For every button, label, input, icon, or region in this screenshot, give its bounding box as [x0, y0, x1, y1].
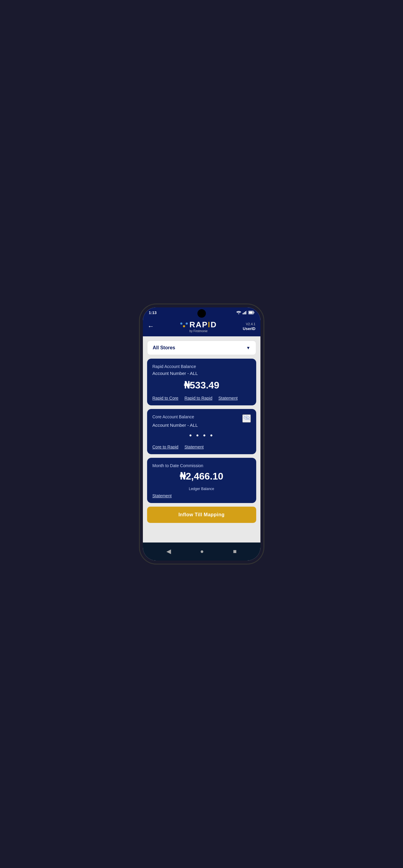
- svg-rect-1: [243, 313, 244, 314]
- store-selector[interactable]: All Stores ▼: [147, 341, 256, 355]
- commission-sub-label: Ledger Balance: [153, 487, 251, 491]
- header-right: V2.4.1 UserID: [243, 322, 256, 331]
- svg-rect-7: [249, 312, 253, 314]
- core-to-rapid-button[interactable]: Core to Rapid: [153, 444, 179, 450]
- rapid-card-title: Rapid Account Balance: [153, 364, 251, 369]
- core-account-card: Core Account Balance Account Number - AL…: [147, 409, 256, 454]
- commission-card: Month to Date Commission ₦2,466.10 Ledge…: [147, 458, 256, 503]
- store-selector-label: All Stores: [153, 345, 176, 350]
- logo-subtitle: by Firstmonie: [190, 330, 208, 333]
- nav-back-icon[interactable]: ◀: [166, 548, 171, 555]
- wifi-icon: [236, 311, 241, 314]
- rapid-to-rapid-button[interactable]: Rapid to Rapid: [184, 396, 213, 401]
- camera-notch: [197, 309, 206, 318]
- version-label: V2.4.1: [246, 322, 256, 326]
- svg-rect-3: [245, 311, 246, 314]
- inflow-till-mapping-button[interactable]: Inflow Till Mapping: [147, 507, 256, 523]
- time-display: 1:13: [149, 310, 157, 315]
- app-logo: RAPID by Firstmonie: [180, 320, 217, 333]
- back-button[interactable]: ←: [148, 322, 154, 330]
- hidden-balance-dots: • • • •: [153, 431, 251, 440]
- rapid-balance: ₦533.49: [153, 379, 251, 391]
- core-account-number: Account Number - ALL: [153, 423, 251, 428]
- bottom-nav: ◀ ● ■: [143, 542, 260, 561]
- svg-rect-2: [244, 312, 245, 314]
- rapid-account-number: Account Number - ALL: [153, 371, 251, 376]
- user-id-label: UserID: [243, 327, 256, 331]
- rapid-account-card: Rapid Account Balance Account Number - A…: [147, 359, 256, 405]
- core-statement-button[interactable]: Statement: [184, 444, 204, 450]
- nav-recents-icon[interactable]: ■: [233, 548, 237, 555]
- logo-text: RAPID: [190, 320, 217, 330]
- core-card-header: Core Account Balance: [153, 414, 251, 423]
- logo-dots: [180, 322, 188, 327]
- app-header: ← RAPID by Firstmonie V2.4.1 UserI: [143, 317, 260, 336]
- svg-point-0: [238, 313, 239, 314]
- core-card-title: Core Account Balance: [153, 414, 194, 419]
- nav-home-icon[interactable]: ●: [200, 548, 204, 555]
- core-card-actions: Core to Rapid Statement: [153, 444, 251, 450]
- signal-icon: [243, 311, 247, 314]
- commission-card-title: Month to Date Commission: [153, 463, 251, 468]
- svg-rect-4: [246, 311, 247, 314]
- main-content: All Stores ▼ Rapid Account Balance Accou…: [143, 336, 260, 542]
- svg-rect-6: [253, 312, 254, 313]
- commission-balance: ₦2,466.10: [153, 470, 251, 482]
- commission-card-actions: Statement: [153, 493, 251, 498]
- rapid-statement-button[interactable]: Statement: [219, 396, 238, 401]
- rapid-card-actions: Rapid to Core Rapid to Rapid Statement: [153, 396, 251, 401]
- rapid-to-core-button[interactable]: Rapid to Core: [153, 396, 179, 401]
- chevron-down-icon: ▼: [246, 345, 250, 350]
- toggle-visibility-button[interactable]: [242, 414, 251, 423]
- status-icons: [236, 311, 254, 314]
- commission-statement-button[interactable]: Statement: [153, 493, 172, 498]
- battery-icon: [248, 311, 254, 314]
- eye-slash-icon: [243, 415, 250, 421]
